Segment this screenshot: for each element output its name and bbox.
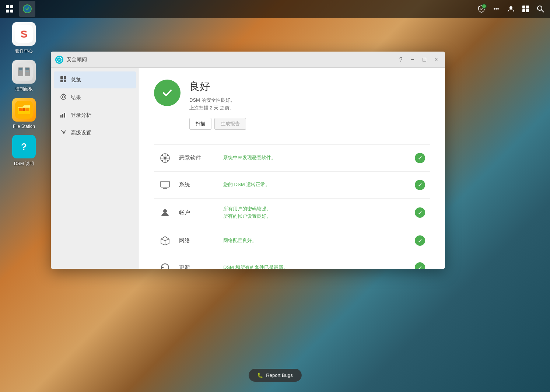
security-items-list: 恶意软件 系统中未发现恶意软件。 ✓ 系统 <box>154 144 430 269</box>
notifications-icon[interactable] <box>490 2 503 15</box>
updates-icon <box>158 261 172 269</box>
dialog-sidebar: 总览 结果 <box>51 68 139 269</box>
svg-point-35 <box>61 94 66 99</box>
overview-icon <box>60 76 67 84</box>
security-item-system[interactable]: 系统 您的 DSM 运转正常。 ✓ <box>154 171 430 198</box>
account-desc-line2: 所有的帐户设置良好。 <box>223 213 271 219</box>
security-item-account[interactable]: 帐户 所有用户的密码较强。 所有的帐户设置良好。 ✓ <box>154 198 430 227</box>
svg-rect-41 <box>66 112 66 118</box>
report-bugs-button[interactable]: 🐛 Report Bugs <box>248 369 301 382</box>
status-buttons: 扫描 生成报告 <box>189 118 430 130</box>
svg-rect-25 <box>19 108 22 111</box>
system-desc: 您的 DSM 运转正常。 <box>223 181 407 189</box>
account-desc: 所有用户的密码较强。 所有的帐户设置良好。 <box>223 205 407 221</box>
svg-rect-23 <box>25 71 29 72</box>
control-panel-icon <box>12 60 36 84</box>
sidebar-item-login-analysis[interactable]: 登录分析 <box>54 107 136 124</box>
updates-status: ✓ <box>414 262 426 269</box>
system-icon <box>158 178 172 192</box>
svg-rect-40 <box>64 113 65 118</box>
account-status: ✓ <box>414 207 426 218</box>
bug-icon: 🐛 <box>257 372 263 378</box>
svg-line-14 <box>542 10 544 12</box>
desktop-icon-package-center[interactable]: S 套件中心 <box>7 22 41 54</box>
dialog-close-button[interactable]: × <box>432 55 441 64</box>
svg-rect-20 <box>19 70 22 71</box>
malware-desc: 系统中未发现恶意软件。 <box>223 154 407 162</box>
svg-point-7 <box>497 8 499 10</box>
login-analysis-label: 登录分析 <box>71 112 91 119</box>
svg-point-5 <box>494 8 495 10</box>
network-icon <box>158 234 172 247</box>
file-station-label: File Station <box>13 124 35 129</box>
scan-button[interactable]: 扫描 <box>189 118 211 130</box>
security-item-malware[interactable]: 恶意软件 系统中未发现恶意软件。 ✓ <box>154 144 430 171</box>
svg-rect-17 <box>15 63 33 81</box>
svg-rect-33 <box>60 80 63 82</box>
dialog-body: 总览 结果 <box>51 68 445 269</box>
svg-rect-22 <box>25 68 29 70</box>
svg-rect-2 <box>6 10 9 13</box>
package-center-icon: S <box>12 22 36 46</box>
svg-rect-55 <box>161 181 169 187</box>
window-manager-icon[interactable] <box>519 2 532 15</box>
account-icon <box>158 206 172 219</box>
network-name: 网络 <box>179 237 216 244</box>
shield-notification-icon[interactable] <box>475 2 488 15</box>
network-desc: 网络配置良好。 <box>223 237 407 245</box>
svg-point-36 <box>62 96 64 98</box>
svg-rect-38 <box>60 115 62 118</box>
svg-rect-19 <box>19 68 22 70</box>
sidebar-item-advanced-settings[interactable]: 高级设置 <box>54 125 136 141</box>
svg-point-6 <box>495 8 497 10</box>
search-taskbar-icon[interactable] <box>534 2 547 15</box>
login-analysis-icon <box>60 111 67 119</box>
svg-line-51 <box>162 155 164 156</box>
svg-rect-0 <box>6 5 9 8</box>
dsm-help-icon: ? <box>12 135 36 158</box>
dsm-help-label: DSM 说明 <box>14 161 34 167</box>
sidebar-item-overview[interactable]: 总览 <box>54 71 136 88</box>
desktop-icon-control-panel[interactable]: 控制面板 <box>7 60 41 92</box>
status-info: 良好 DSM 的安全性良好。 上次扫描 2 天 之前。 扫描 生成报告 <box>189 80 430 130</box>
status-desc-line1: DSM 的安全性良好。 <box>189 97 235 103</box>
svg-rect-27 <box>26 108 29 111</box>
svg-rect-11 <box>522 9 525 12</box>
status-desc: DSM 的安全性良好。 上次扫描 2 天 之前。 <box>189 97 430 112</box>
svg-point-58 <box>163 209 167 213</box>
account-desc-line1: 所有用户的密码较强。 <box>223 206 271 211</box>
svg-point-13 <box>537 6 542 10</box>
system-name: 系统 <box>179 181 216 188</box>
svg-rect-1 <box>10 5 13 8</box>
desktop-icon-dsm-help[interactable]: ? DSM 说明 <box>7 135 41 167</box>
dialog-help-button[interactable]: ? <box>396 55 405 64</box>
dialog-titlebar: 安全顾问 ? − □ × <box>51 52 445 68</box>
svg-rect-32 <box>64 76 66 79</box>
main-content: 良好 DSM 的安全性良好。 上次扫描 2 天 之前。 扫描 生成报告 <box>139 68 445 269</box>
security-item-updates[interactable]: 更新 DSM 和所有的套件已是最新。 ✓ <box>154 254 430 269</box>
sidebar-item-results[interactable]: 结果 <box>54 89 136 106</box>
dialog-controls: ? − □ × <box>396 55 441 64</box>
results-label: 结果 <box>71 94 81 101</box>
desktop-icons: S 套件中心 控制面板 <box>7 22 41 167</box>
dialog-title: 安全顾问 <box>66 56 393 63</box>
dialog-minimize-button[interactable]: − <box>408 55 417 64</box>
svg-text:?: ? <box>21 141 27 152</box>
svg-point-46 <box>164 157 167 160</box>
svg-line-52 <box>167 160 168 161</box>
desktop-icon-file-station[interactable]: File Station <box>7 98 41 129</box>
user-account-icon[interactable] <box>504 2 518 15</box>
svg-point-44 <box>63 132 64 133</box>
security-item-network[interactable]: 网络 网络配置良好。 ✓ <box>154 227 430 254</box>
apps-menu-icon[interactable] <box>1 1 18 17</box>
generate-report-button[interactable]: 生成报告 <box>214 118 246 130</box>
status-circle <box>154 80 181 106</box>
svg-line-53 <box>167 155 168 156</box>
security-advisor-taskbar-icon[interactable] <box>19 1 35 17</box>
dialog-maximize-button[interactable]: □ <box>420 55 429 64</box>
taskbar-right <box>475 2 550 15</box>
status-title: 良好 <box>189 80 430 94</box>
status-header: 良好 DSM 的安全性良好。 上次扫描 2 天 之前。 扫描 生成报告 <box>154 80 430 130</box>
svg-point-8 <box>509 6 512 9</box>
svg-rect-12 <box>526 9 529 12</box>
